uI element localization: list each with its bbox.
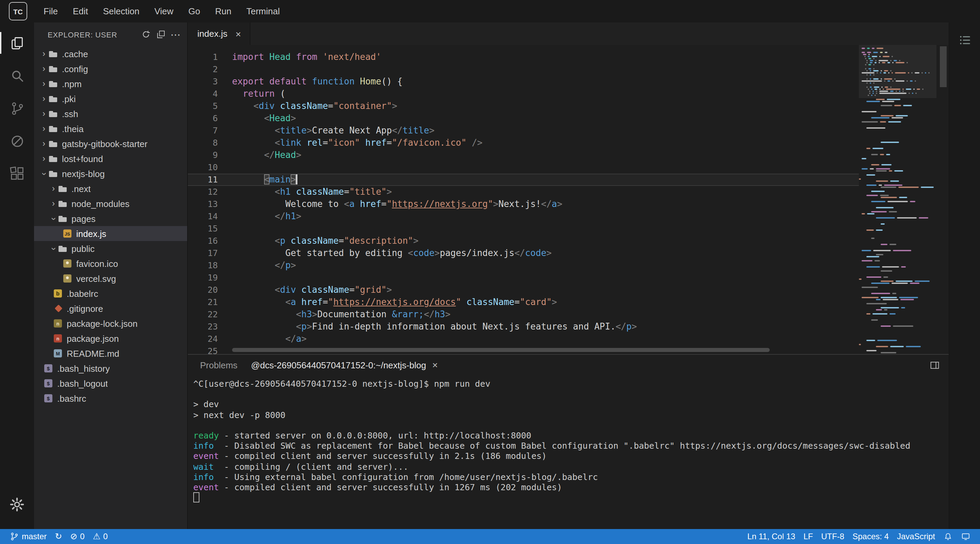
status-indentation[interactable]: Spaces: 4 [848,529,893,544]
chevron-icon: › [40,94,48,103]
collapse-all-icon[interactable] [153,27,168,42]
status-warnings[interactable]: ⚠0 [89,529,112,544]
tree-item-favicon.ico[interactable]: favicon.ico [34,256,187,271]
file-icon [53,333,63,343]
panel-toggle-icon[interactable] [929,359,940,371]
line-number: 11 [188,174,218,186]
horizontal-scrollbar[interactable] [232,348,770,352]
folder-icon [48,94,59,104]
tree-item-vercel.svg[interactable]: vercel.svg [34,271,187,286]
status-errors[interactable]: ⊘0 [66,529,89,544]
menu-items: FileEditSelectionViewGoRunTerminal [36,0,287,22]
code-text: import Head from 'next/head' [218,51,381,63]
code-area[interactable]: 1import Head from 'next/head'23export de… [188,45,859,354]
tree-item-lost+found[interactable]: ›lost+found [34,151,187,166]
tree-item-package.json[interactable]: package.json [34,331,187,346]
chevron-icon: › [40,124,48,133]
tree-item-node_modules[interactable]: ›node_modules [34,196,187,211]
code-text: return ( [218,88,285,100]
close-icon[interactable]: × [432,359,438,370]
status-eol[interactable]: LF [799,529,817,544]
tree-item-README.md[interactable]: README.md [34,346,187,361]
chevron-icon: › [49,244,58,253]
tab-terminal[interactable]: @dcs-269056440570417152-0:~/nextjs-blog … [244,355,445,375]
minimap-line [859,351,937,353]
code-line-20: 20 <div className="grid"> [188,284,859,296]
warning-icon: ⚠ [93,533,100,541]
chevron-icon: › [49,199,58,208]
tree-item-label: .bashrc [57,393,86,404]
menu-item-run[interactable]: Run [208,0,239,22]
tree-item-pages[interactable]: ›pages [34,211,187,226]
tree-item-.npm[interactable]: ›.npm [34,76,187,91]
code-text: <title>Create Next App</title> [218,124,434,137]
search-icon[interactable] [0,59,34,92]
terminal-cursor [193,492,199,503]
tree-item-.config[interactable]: ›.config [34,61,187,76]
editor-tab-index.js[interactable]: index.js× [188,22,250,45]
tree-item-package-lock.json[interactable]: package-lock.json [34,316,187,331]
tree-item-.theia[interactable]: ›.theia [34,121,187,136]
line-number: 17 [188,247,218,259]
tree-item-.gitignore[interactable]: .gitignore [34,301,187,316]
debug-icon[interactable] [0,124,34,157]
tree-item-label: .cache [62,49,88,59]
code-line-22: 22 <h3>Documentation &rarr;</h3> [188,308,859,321]
status-label: JavaScript [897,532,935,541]
code-line-18: 18 </p> [188,259,859,272]
terminal-output[interactable]: ^C[user@dcs-269056440570417152-0 nextjs-… [188,375,949,529]
chevron-icon: › [40,154,48,163]
tree-item-label: .bash_history [57,363,110,373]
folder-icon [58,214,68,224]
status-cursor-position[interactable]: Ln 11, Col 13 [743,529,799,544]
tree-item-.bashrc[interactable]: .bashrc [34,391,187,406]
more-actions-icon[interactable]: ⋯ [168,27,183,42]
tab-label: index.js [197,29,227,39]
menu-item-go[interactable]: Go [181,0,208,22]
menu-item-terminal[interactable]: Terminal [239,0,287,22]
minimap[interactable] [859,45,937,354]
terminal-line-10: info - Using external babel configuratio… [193,472,943,482]
status-sync[interactable]: ↻ [51,529,66,544]
tree-item-nextjs-blog[interactable]: ›nextjs-blog [34,166,187,181]
tree-item-.pki[interactable]: ›.pki [34,91,187,106]
tree-item-.bash_history[interactable]: .bash_history [34,361,187,376]
code-text: export default function Home() { [218,76,402,88]
tree-item-.ssh[interactable]: ›.ssh [34,106,187,121]
refresh-icon[interactable] [138,27,153,42]
status-screen[interactable] [957,529,975,544]
status-language[interactable]: JavaScript [893,529,939,544]
menu-item-file[interactable]: File [36,0,65,22]
chevron-icon: › [40,109,48,118]
menu-item-view[interactable]: View [147,0,181,22]
tree-item-index.js[interactable]: index.js [34,226,187,241]
status-notifications[interactable] [939,529,957,544]
close-icon[interactable]: × [233,28,243,39]
chevron-icon: › [40,169,48,178]
extensions-icon[interactable] [0,157,34,190]
status-label: UTF-8 [821,532,844,541]
tree-item-label: .theia [62,124,84,134]
vertical-scrollbar[interactable] [940,46,947,87]
explorer-icon[interactable] [0,27,34,59]
tree-item-.cache[interactable]: ›.cache [34,46,187,61]
code-editor[interactable]: 1import Head from 'next/head'23export de… [188,45,949,354]
file-icon [43,393,54,404]
line-number: 18 [188,259,218,272]
settings-gear-icon[interactable] [0,488,34,521]
source-control-icon[interactable] [0,92,34,124]
tree-item-public[interactable]: ›public [34,241,187,256]
tree-item-.babelrc[interactable]: .babelrc [34,286,187,301]
app-logo[interactable]: TC [9,2,27,21]
tree-item-gatsby-gitbook-starter[interactable]: ›gatsby-gitbook-starter [34,136,187,151]
tree-item-.bash_logout[interactable]: .bash_logout [34,376,187,391]
tree-item-.next[interactable]: ›.next [34,181,187,196]
outline-icon[interactable] [958,34,972,50]
code-text: </a> [218,333,307,345]
tree-item-label: nextjs-blog [62,169,105,179]
tab-problems[interactable]: Problems [193,355,244,375]
menu-item-selection[interactable]: Selection [95,0,147,22]
status-branch[interactable]: master [5,529,51,544]
status-encoding[interactable]: UTF-8 [817,529,848,544]
menu-item-edit[interactable]: Edit [65,0,95,22]
